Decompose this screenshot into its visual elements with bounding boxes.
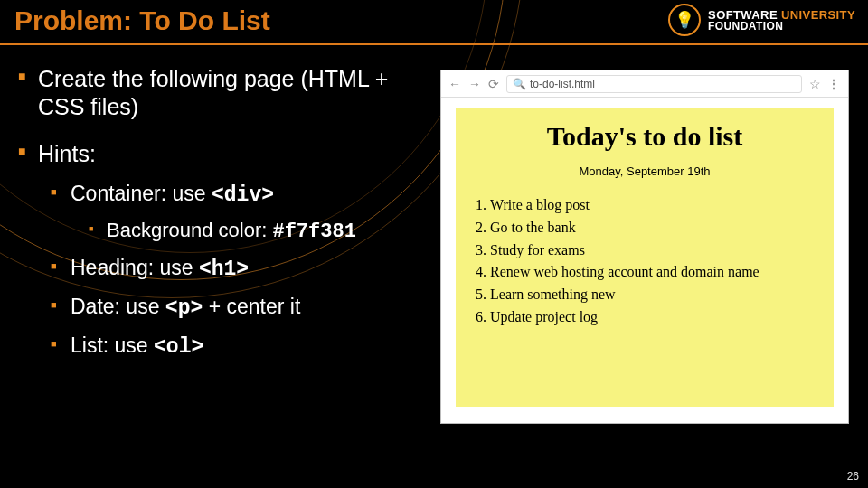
title-underline bbox=[0, 43, 868, 45]
list-item: Study for exams bbox=[490, 239, 823, 262]
star-icon: ☆ bbox=[809, 77, 821, 91]
lightbulb-icon: 💡 bbox=[668, 4, 701, 36]
logo-word-3: FOUNDATION bbox=[708, 21, 855, 32]
list-item: Renew web hosting account and domain nam… bbox=[490, 261, 823, 284]
bullet-heading: Heading: use <h1> bbox=[51, 255, 407, 283]
todo-note: Today's to do list Monday, September 19t… bbox=[456, 108, 834, 407]
slide-body: Create the following page (HTML + CSS fi… bbox=[18, 65, 407, 378]
list-item: Learn something new bbox=[490, 284, 823, 306]
brand-logo: 💡 SOFTWARE UNIVERSITY FOUNDATION bbox=[668, 4, 855, 36]
url-field: 🔍 to-do-list.html bbox=[506, 75, 802, 93]
address-bar: ← → ⟳ 🔍 to-do-list.html ☆ ⋮ bbox=[441, 70, 848, 98]
logo-word-2: UNIVERSITY bbox=[781, 8, 855, 22]
menu-icon: ⋮ bbox=[828, 78, 841, 90]
reload-icon: ⟳ bbox=[488, 77, 499, 91]
bullet-bgcolor: Background color: #f7f381 bbox=[89, 218, 407, 245]
page-number: 26 bbox=[847, 470, 859, 483]
url-text: to-do-list.html bbox=[530, 78, 595, 90]
note-heading: Today's to do list bbox=[467, 121, 823, 152]
note-date: Monday, September 19th bbox=[467, 164, 823, 178]
back-icon: ← bbox=[448, 77, 461, 91]
bullet-create: Create the following page (HTML + CSS fi… bbox=[18, 65, 407, 122]
list-item: Go to the bank bbox=[490, 217, 823, 239]
bullet-container: Container: use <div> Background color: #… bbox=[51, 181, 407, 244]
browser-mock: ← → ⟳ 🔍 to-do-list.html ☆ ⋮ Today's to d… bbox=[441, 70, 848, 423]
todo-list: Write a blog post Go to the bank Study f… bbox=[467, 194, 823, 329]
bullet-list: List: use <ol> bbox=[51, 333, 407, 361]
forward-icon: → bbox=[468, 77, 481, 91]
list-item: Update project log bbox=[490, 306, 823, 329]
slide-title: Problem: To Do List bbox=[14, 5, 270, 36]
search-icon: 🔍 bbox=[513, 78, 526, 90]
bullet-hints: Hints: Container: use <div> Background c… bbox=[18, 140, 407, 361]
bullet-date: Date: use <p> + center it bbox=[51, 294, 407, 322]
list-item: Write a blog post bbox=[490, 194, 823, 217]
